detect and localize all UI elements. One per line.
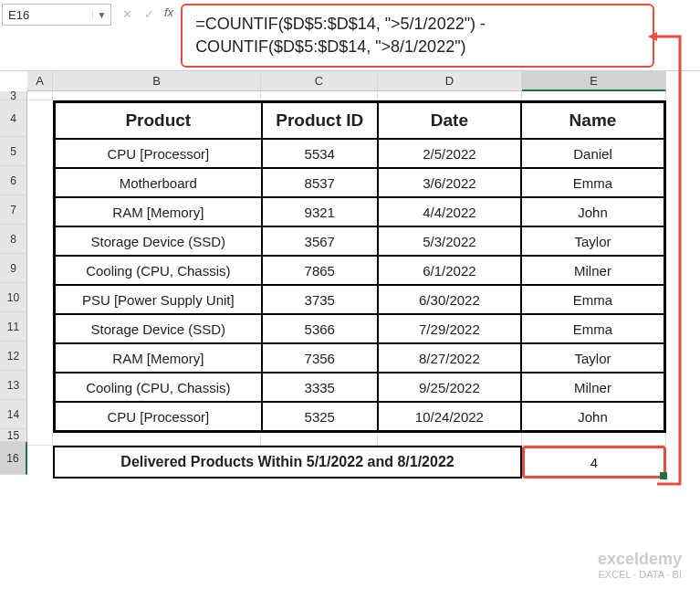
cell-product[interactable]: RAM [Memory] — [55, 343, 262, 373]
cell-name[interactable]: John — [521, 402, 664, 431]
cell-date[interactable]: 6/1/2022 — [378, 256, 521, 285]
name-box-wrap: ▼ — [2, 4, 111, 26]
cell-product[interactable]: Motherboard — [55, 168, 262, 197]
cell-d15[interactable] — [378, 433, 522, 446]
row-head-5[interactable]: 5 — [0, 137, 27, 166]
row-head-7[interactable]: 7 — [0, 195, 27, 225]
row-head-16[interactable]: 16 — [0, 442, 27, 475]
name-box-dropdown[interactable]: ▼ — [92, 10, 110, 20]
cell-product-id[interactable]: 3335 — [262, 373, 378, 402]
cell-product-id[interactable]: 5534 — [262, 139, 378, 168]
cell-a15[interactable] — [27, 433, 53, 446]
grid: Product Product ID Date Name CPU [Proces… — [27, 91, 700, 479]
cell-date[interactable]: 4/4/2022 — [378, 197, 521, 226]
formula-text-line2: COUNTIF($D$5:$D$14, ">8/1/2022") — [195, 37, 465, 56]
cell-name[interactable]: Milner — [521, 256, 664, 285]
cell-date[interactable]: 6/30/2022 — [378, 285, 521, 314]
table-row: PSU [Power Supply Unit]37356/30/2022Emma — [55, 285, 664, 314]
cell-product-id[interactable]: 5325 — [262, 402, 378, 431]
cell-c3[interactable] — [261, 91, 378, 100]
cell-product[interactable]: PSU [Power Supply Unit] — [55, 285, 262, 314]
fx-icon[interactable]: fx — [164, 5, 173, 19]
row-headers: 3 4 5 6 7 8 9 10 11 12 13 14 15 16 — [0, 91, 27, 475]
row-head-9[interactable]: 9 — [0, 254, 27, 283]
cell-date[interactable]: 9/25/2022 — [378, 373, 521, 402]
cell-d3[interactable] — [378, 91, 522, 100]
header-product[interactable]: Product — [55, 102, 262, 139]
row-head-13[interactable]: 13 — [0, 371, 27, 400]
spreadsheet: A B C D E 3 4 5 6 7 8 9 10 11 12 13 14 1… — [0, 71, 700, 479]
cell-product-id[interactable]: 3567 — [262, 226, 378, 256]
header-date[interactable]: Date — [378, 102, 521, 139]
result-cell[interactable]: 4 — [522, 446, 666, 479]
table-row: CPU [Processor]55342/5/2022Daniel — [55, 139, 664, 168]
col-head-e[interactable]: E — [522, 71, 666, 91]
table-row: CPU [Processor]532510/24/2022John — [55, 402, 664, 431]
cell-product-id[interactable]: 5366 — [262, 314, 378, 343]
cell-product[interactable]: Storage Device (SSD) — [55, 314, 262, 343]
cell-name[interactable]: Emma — [521, 168, 664, 197]
table-row: RAM [Memory]93214/4/2022John — [55, 197, 664, 226]
row-15 — [27, 433, 700, 446]
cell-c15[interactable] — [261, 433, 378, 446]
name-box[interactable] — [3, 6, 92, 24]
cell-product[interactable]: RAM [Memory] — [55, 197, 262, 226]
col-head-d[interactable]: D — [378, 71, 522, 91]
cell-product[interactable]: Cooling (CPU, Chassis) — [55, 373, 262, 402]
col-head-a[interactable]: A — [27, 71, 53, 91]
header-product-id[interactable]: Product ID — [262, 102, 378, 139]
cell-name[interactable]: Emma — [521, 285, 664, 314]
cell-e15[interactable] — [522, 433, 666, 446]
watermark-tag: EXCEL · DATA · BI — [598, 569, 682, 580]
enter-icon[interactable]: ✓ — [139, 4, 159, 24]
formula-bar[interactable]: =COUNTIF($D$5:$D$14, ">5/1/2022") - COUN… — [181, 4, 654, 68]
row-head-3[interactable]: 3 — [0, 91, 27, 100]
row-head-12[interactable]: 12 — [0, 342, 27, 371]
cell-product-id[interactable]: 9321 — [262, 197, 378, 226]
row-head-10[interactable]: 10 — [0, 283, 27, 312]
row-head-14[interactable]: 14 — [0, 400, 27, 429]
col-head-c[interactable]: C — [261, 71, 378, 91]
cell-product-id[interactable]: 7356 — [262, 343, 378, 373]
table-row: Cooling (CPU, Chassis)33359/25/2022Milne… — [55, 373, 664, 402]
cell-name[interactable]: Taylor — [521, 343, 664, 373]
row-head-6[interactable]: 6 — [0, 166, 27, 195]
cell-name[interactable]: Milner — [521, 373, 664, 402]
cell-name[interactable]: Taylor — [521, 226, 664, 256]
cell-date[interactable]: 3/6/2022 — [378, 168, 521, 197]
cell-date[interactable]: 2/5/2022 — [378, 139, 521, 168]
footer-row: Delivered Products Within 5/1/2022 and 8… — [53, 446, 700, 479]
cell-date[interactable]: 10/24/2022 — [378, 402, 521, 431]
footer-label[interactable]: Delivered Products Within 5/1/2022 and 8… — [53, 446, 522, 479]
row-3 — [27, 91, 700, 100]
cell-product-id[interactable]: 8537 — [262, 168, 378, 197]
cell-name[interactable]: Emma — [521, 314, 664, 343]
row-head-15[interactable]: 15 — [0, 429, 27, 442]
cell-date[interactable]: 7/29/2022 — [378, 314, 521, 343]
formula-bar-area: ▼ ✕ ✓ fx =COUNTIF($D$5:$D$14, ">5/1/2022… — [0, 0, 700, 71]
cell-product-id[interactable]: 3735 — [262, 285, 378, 314]
cancel-icon[interactable]: ✕ — [117, 4, 137, 24]
formula-text-line1: =COUNTIF($D$5:$D$14, ">5/1/2022") - — [195, 15, 486, 33]
cell-date[interactable]: 5/3/2022 — [378, 226, 521, 256]
header-name[interactable]: Name — [521, 102, 664, 139]
cell-product[interactable]: Storage Device (SSD) — [55, 226, 262, 256]
cell-product[interactable]: CPU [Processor] — [55, 139, 262, 168]
row-head-4[interactable]: 4 — [0, 100, 27, 137]
watermark-brand: exceldemy — [598, 551, 682, 569]
cell-name[interactable]: John — [521, 197, 664, 226]
cell-a3[interactable] — [27, 91, 53, 100]
cell-product-id[interactable]: 7865 — [262, 256, 378, 285]
col-head-b[interactable]: B — [53, 71, 261, 91]
cell-e3[interactable] — [522, 91, 666, 100]
cell-product[interactable]: Cooling (CPU, Chassis) — [55, 256, 262, 285]
cell-date[interactable]: 8/27/2022 — [378, 343, 521, 373]
cell-name[interactable]: Daniel — [521, 139, 664, 168]
cell-b3[interactable] — [53, 91, 261, 100]
cell-product[interactable]: CPU [Processor] — [55, 402, 262, 431]
row-head-8[interactable]: 8 — [0, 225, 27, 254]
column-headers: A B C D E — [27, 71, 700, 91]
row-head-11[interactable]: 11 — [0, 312, 27, 342]
cell-b15[interactable] — [53, 433, 261, 446]
formula-bar-buttons: ✕ ✓ — [117, 4, 159, 24]
